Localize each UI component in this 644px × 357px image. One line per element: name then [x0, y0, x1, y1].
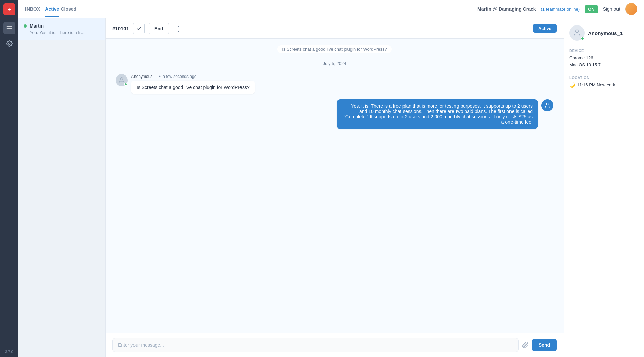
send-button[interactable]: Send — [532, 339, 557, 351]
message-meta: Anonymous_1 • a few seconds ago — [131, 74, 255, 79]
conv-header: Martin — [24, 23, 100, 29]
outgoing-message-content: Yes, it is. There is a free plan that is… — [337, 99, 538, 129]
inbox-tab[interactable]: INBOX — [25, 6, 40, 12]
active-badge: Active — [533, 24, 557, 33]
moon-icon: 🌙 — [569, 82, 575, 88]
topbar: INBOX Active Closed Martin @ Damaging Cr… — [18, 0, 644, 18]
date-divider: July 5, 2024 — [116, 61, 553, 66]
outgoing-message-row: Yes, it is. There is a free plan that is… — [116, 99, 553, 129]
outgoing-message-bubble: Yes, it is. There is a free plan that is… — [337, 99, 538, 129]
closed-tab[interactable]: Closed — [61, 6, 76, 12]
outgoing-avatar — [541, 99, 553, 111]
svg-point-5 — [546, 103, 548, 105]
online-count: (1 teammate online) — [541, 7, 580, 12]
chat-messages: Is Screets chat a good live chat plugin … — [106, 39, 564, 333]
right-panel: Anonymous_1 Device Chrome 126 Mac OS 10.… — [564, 18, 644, 357]
active-tab[interactable]: Active — [45, 6, 59, 12]
conversations-panel: Martin You: Yes, it is. There is a fr... — [18, 18, 106, 357]
message-row: Anonymous_1 • a few seconds ago Is Scree… — [116, 74, 553, 94]
message-content: Anonymous_1 • a few seconds ago Is Scree… — [131, 74, 255, 94]
device-browser: Chrome 126 — [569, 55, 639, 62]
check-button[interactable] — [133, 23, 145, 34]
end-button[interactable]: End — [149, 23, 169, 34]
location-row: 🌙 11:16 PM New York — [569, 82, 639, 89]
svg-point-4 — [120, 78, 123, 80]
location-section: Location 🌙 11:16 PM New York — [569, 75, 639, 89]
visitor-name: Anonymous_1 — [588, 30, 623, 36]
svg-point-6 — [576, 30, 579, 33]
visitor-message-avatar — [116, 74, 128, 86]
attach-button[interactable] — [522, 342, 529, 348]
sidebar-item-inbox[interactable] — [3, 22, 15, 34]
status-badge[interactable]: ON — [585, 5, 598, 13]
message-input[interactable] — [112, 338, 519, 352]
time-location: 11:16 PM New York — [577, 82, 615, 89]
chat-header: #10101 End ⋮ Active — [106, 18, 564, 39]
system-message: Is Screets chat a good live chat plugin … — [277, 45, 392, 53]
svg-point-3 — [8, 43, 10, 45]
visitor-online-dot — [581, 37, 584, 40]
message-bubble: Is Screets chat a good live chat plugin … — [131, 81, 255, 94]
version-label: 3.7.0 — [5, 350, 13, 354]
visitor-header: Anonymous_1 — [569, 25, 639, 41]
system-message-container: Is Screets chat a good live chat plugin … — [116, 45, 553, 53]
team-info: Martin @ Damaging Crack — [477, 6, 536, 12]
message-online-dot — [124, 83, 127, 86]
signout-button[interactable]: Sign out — [603, 6, 620, 12]
chat-input-area: Send — [106, 333, 564, 357]
more-options-button[interactable]: ⋮ — [173, 23, 184, 34]
logo[interactable]: + — [3, 3, 15, 15]
device-os: Mac OS 10.15.7 — [569, 62, 639, 69]
ticket-id: #10101 — [112, 26, 129, 31]
main-container: Martin You: Yes, it is. There is a fr...… — [18, 18, 644, 357]
location-label: Location — [569, 75, 639, 80]
sidebar-item-settings[interactable] — [3, 38, 15, 50]
conv-preview: You: Yes, it is. There is a fr... — [24, 30, 100, 35]
device-label: Device — [569, 49, 639, 53]
topbar-right: Martin @ Damaging Crack (1 teammate onli… — [477, 3, 637, 15]
visitor-avatar — [569, 25, 585, 41]
avatar-image — [625, 3, 637, 15]
conv-name: Martin — [30, 23, 44, 29]
avatar[interactable] — [625, 3, 637, 15]
sidebar: + 3.7.0 — [0, 0, 18, 357]
chat-area: #10101 End ⋮ Active Is Screets chat a go… — [106, 18, 564, 357]
conversation-item[interactable]: Martin You: Yes, it is. There is a fr... — [18, 18, 105, 40]
online-indicator — [24, 24, 27, 28]
device-section: Device Chrome 126 Mac OS 10.15.7 — [569, 49, 639, 69]
